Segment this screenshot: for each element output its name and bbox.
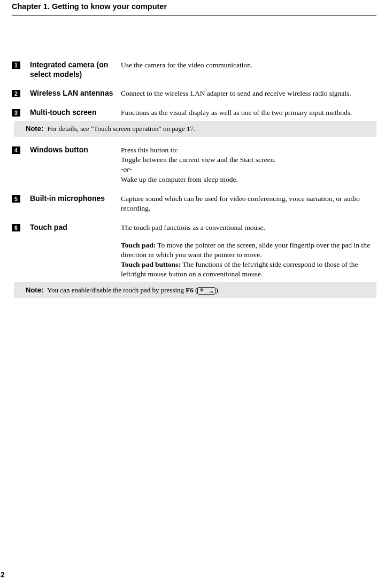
feature-number-badge: 2 xyxy=(12,90,20,97)
feature-number-badge: 4 xyxy=(12,146,20,154)
note-label: Note: xyxy=(26,125,43,133)
touchpad-toggle-icon: ⊠ xyxy=(200,288,204,292)
note-text: For details, see "Touch screen operation… xyxy=(47,125,195,133)
note-close-paren: ). xyxy=(215,286,220,294)
feature-row: 2 Wireless LAN antennas Connect to the w… xyxy=(12,89,376,98)
feature-description: Press this button to: Toggle between the… xyxy=(120,145,376,184)
feature-description: The touch pad functions as a conventiona… xyxy=(120,223,376,279)
feature-row: 4 Windows button Press this button to: T… xyxy=(12,145,376,184)
feature-term: Built-in microphones xyxy=(20,194,120,204)
feature-number-badge: 1 xyxy=(12,61,20,69)
feature-term: Wireless LAN antennas xyxy=(20,89,120,98)
feature-row: 3 Multi-touch screen Functions as the vi… xyxy=(12,108,376,118)
chapter-title: Chapter 1. Getting to know your computer xyxy=(12,0,376,16)
feature-term: Integrated camera (on select models) xyxy=(20,60,120,79)
page-number: 2 xyxy=(1,570,5,579)
feature-description: Functions as the visual display as well … xyxy=(120,108,376,118)
feature-term: Multi-touch screen xyxy=(20,108,120,118)
feature-row: 6 Touch pad The touch pad functions as a… xyxy=(12,223,376,279)
feature-description: Connect to the wireless LAN adapter to s… xyxy=(120,89,376,98)
note-label: Note: xyxy=(26,286,43,294)
feature-term: Windows button xyxy=(20,145,120,155)
note-open-paren: ( xyxy=(194,286,198,294)
note-box: Note: You can enable/disable the touch p… xyxy=(14,282,376,298)
feature-description: Capture sound which can be used for vide… xyxy=(120,194,376,213)
feature-term: Touch pad xyxy=(20,223,120,233)
feature-row: 1 Integrated camera (on select models) U… xyxy=(12,60,376,79)
note-text-pre: You can enable/disable the touch pad by … xyxy=(47,286,186,294)
feature-number-badge: 5 xyxy=(12,195,20,203)
feature-description: Use the camera for the video communicati… xyxy=(120,60,376,70)
f6-key-icon: ⊠F6 xyxy=(197,287,215,295)
note-key: F6 xyxy=(186,286,193,294)
feature-row: 5 Built-in microphones Capture sound whi… xyxy=(12,194,376,213)
feature-number-badge: 3 xyxy=(12,109,20,117)
note-box: Note: For details, see "Touch screen ope… xyxy=(14,121,376,137)
feature-number-badge: 6 xyxy=(12,224,20,231)
